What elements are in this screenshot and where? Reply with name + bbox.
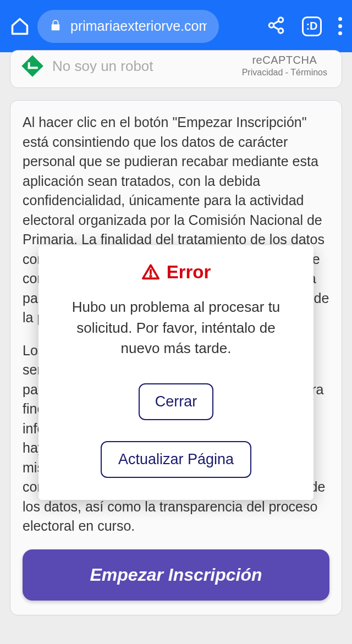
refresh-button[interactable]: Actualizar Página xyxy=(101,441,251,478)
modal-message: Hubo un problema al procesar tu solicitu… xyxy=(57,297,295,359)
modal-backdrop: Error Hubo un problema al procesar tu so… xyxy=(0,0,352,644)
close-button[interactable]: Cerrar xyxy=(139,383,214,420)
modal-title-text: Error xyxy=(167,262,211,283)
warning-icon xyxy=(141,263,160,282)
svg-point-6 xyxy=(150,276,151,277)
error-modal: Error Hubo un problema al procesar tu so… xyxy=(38,245,314,500)
modal-title: Error xyxy=(57,262,295,283)
